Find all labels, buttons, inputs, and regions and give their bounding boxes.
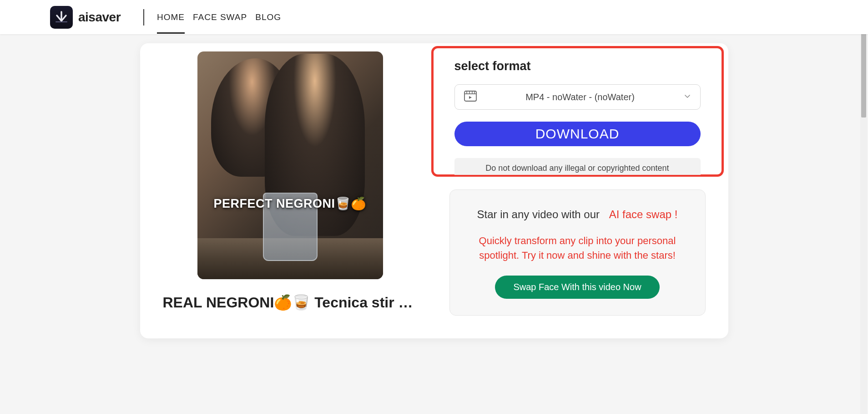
- format-select[interactable]: MP4 - noWater - (noWater): [454, 84, 701, 110]
- video-title: REAL NEGRONI🍊🥃 Tecnica stir an...: [163, 294, 418, 311]
- promo-description: Quickly transform any clip into your per…: [468, 234, 687, 263]
- header: aisaver HOME FACE SWAP BLOG: [0, 0, 868, 34]
- nav-blog[interactable]: BLOG: [255, 9, 281, 26]
- logo-text: aisaver: [78, 10, 121, 25]
- format-panel-highlight: select format MP4 - noWater - (noWater): [431, 46, 724, 177]
- content-card: PERFECT NEGRONI🥃🍊 REAL NEGRONI🍊🥃 Tecnica…: [140, 43, 728, 338]
- chevron-down-icon: [684, 92, 691, 102]
- face-swap-promo: Star in any video with our AI face swap …: [449, 189, 706, 316]
- swap-face-button[interactable]: Swap Face With this video Now: [495, 276, 659, 299]
- promo-headline-plain: Star in any video with our: [477, 208, 600, 220]
- header-divider: [143, 9, 144, 26]
- disclaimer-text: Do not download any illegal or copyright…: [454, 158, 701, 175]
- download-button[interactable]: DOWNLOAD: [454, 122, 701, 146]
- promo-headline-highlight: AI face swap !: [609, 208, 678, 220]
- logo[interactable]: aisaver: [50, 6, 121, 29]
- nav-face-swap[interactable]: FACE SWAP: [193, 9, 247, 26]
- film-icon: [464, 91, 477, 103]
- nav-home[interactable]: HOME: [157, 9, 185, 26]
- video-thumbnail[interactable]: PERFECT NEGRONI🥃🍊: [197, 51, 383, 279]
- promo-headline: Star in any video with our AI face swap …: [468, 208, 687, 221]
- select-format-heading: select format: [454, 59, 701, 73]
- download-column: select format MP4 - noWater - (noWater): [449, 51, 706, 316]
- vertical-scrollbar[interactable]: [860, 0, 867, 414]
- format-select-value: MP4 - noWater - (noWater): [477, 92, 684, 102]
- video-preview-column: PERFECT NEGRONI🥃🍊 REAL NEGRONI🍊🥃 Tecnica…: [163, 51, 418, 316]
- main-content: PERFECT NEGRONI🥃🍊 REAL NEGRONI🍊🥃 Tecnica…: [0, 34, 868, 338]
- main-nav: HOME FACE SWAP BLOG: [157, 9, 281, 26]
- logo-icon: [50, 6, 73, 29]
- thumbnail-caption: PERFECT NEGRONI🥃🍊: [197, 196, 383, 211]
